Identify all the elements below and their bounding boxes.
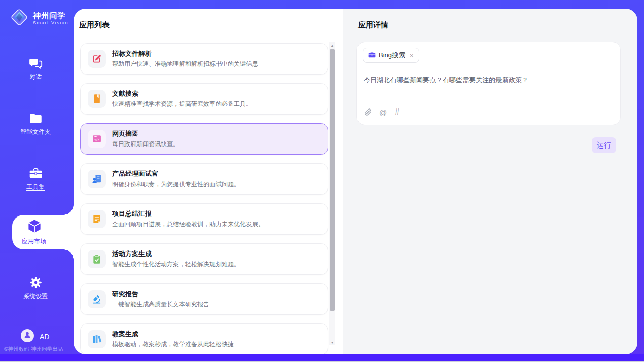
app-card-desc: 模板驱动，教案秒成，教学准备从此轻松快捷 [112,340,234,349]
brand-subtitle: Smart Vision [33,21,68,26]
app-card-title: 项目总结汇报 [112,209,152,219]
sidebar-item-label: 应用市场 [12,237,56,246]
scroll-up-icon[interactable]: ▲ [329,42,335,48]
sidebar-item-smart-folder[interactable]: 智能文件夹 [0,111,71,136]
avatar[interactable] [21,329,34,342]
sidebar-item-label: 智能文件夹 [20,128,51,136]
app-detail-title: 应用详情 [358,20,388,30]
app-card-desc: 快速精准查找学术资源，提高研究效率的必备工具。 [112,100,252,108]
memo-icon [92,214,102,224]
gear-icon [28,275,43,289]
cube-icon [27,219,42,234]
app-card-desc: 一键智能生成高质量长文本研究报告 [112,300,209,309]
app-list-title: 应用列表 [79,20,110,30]
app-card[interactable]: 产品经理面试官 明确身份和职责，为您提供专业性的面试问题。 [80,163,328,195]
briefcase-icon [368,51,376,60]
app-card-desc: 每日政府新闻资讯快查。 [112,140,179,149]
app-card[interactable]: 文献搜索 快速精准查找学术资源，提高研究效率的必备工具。 [80,83,328,115]
tool-tag-bing-search[interactable]: Bing搜索 × [363,48,419,63]
app-card[interactable]: </> 网页摘要 每日政府新闻资讯快查。 [80,123,328,155]
main-content: 应用列表 招标文件解析 帮助用户快速、准确地理解和解析招标书中的关键信息 文献搜… [74,9,637,354]
user-label: AD [40,333,49,341]
books-icon [92,334,102,344]
app-card-title: 活动方案生成 [112,249,152,259]
app-card-title: 招标文件解析 [112,49,152,58]
brand-name: 神州问学 [33,11,68,20]
prompt-toolbar: @ # [364,107,399,117]
book-icon [92,94,102,104]
app-card-title: 文献搜索 [112,89,138,98]
sidebar-item-toolset[interactable]: 工具集 [0,166,71,191]
at-icon[interactable]: @ [379,108,387,117]
app-card[interactable]: 活动方案生成 智能生成个性化活动方案，轻松解决规划难题。 [80,243,328,275]
toolbox-icon [28,166,43,180]
app-card[interactable]: 项目总结汇报 全面回顾项目进展，总结经验教训，助力未来优化发展。 [80,203,328,235]
close-icon[interactable]: × [410,52,414,59]
person-icon [23,331,31,341]
svg-text:</>: </> [94,138,100,141]
app-card-title: 研究报告 [112,289,138,299]
app-card[interactable]: 招标文件解析 帮助用户快速、准确地理解和解析招标书中的关键信息 [80,43,328,75]
paperclip-icon[interactable] [364,108,372,116]
clipboard-icon [92,254,102,264]
browser-code-icon: </> [92,134,102,144]
prompt-input[interactable]: 今日湖北有哪些新闻要点？有哪些需要关注的最新政策？ [364,76,610,85]
app-card[interactable]: 研究报告 一键智能生成高质量长文本研究报告 [80,283,328,315]
prompt-card[interactable]: Bing搜索 × 今日湖北有哪些新闻要点？有哪些需要关注的最新政策？ @ # [356,42,621,125]
bottom-bar [0,354,644,361]
run-button[interactable]: 运行 [592,137,616,153]
tool-tag-label: Bing搜索 [379,51,405,60]
sidebar-item-app-market[interactable]: 应用市场 [12,215,74,249]
edit-icon [92,54,102,64]
scrollbar-thumb[interactable] [330,49,335,311]
app-card[interactable]: 教案生成 模板驱动，教案秒成，教学准备从此轻松快捷 [80,323,328,354]
scroll-down-icon[interactable]: ▼ [329,339,335,345]
app-list-scrollbar[interactable]: ▲ ▼ [329,42,335,345]
app-card-title: 产品经理面试官 [112,169,158,178]
app-card-title: 教案生成 [112,330,138,339]
app-card-desc: 全面回顾项目进展，总结经验教训，助力未来优化发展。 [112,220,264,229]
sidebar-footer: ©神州数码·神州问学出品 [4,346,75,353]
microscope-icon [92,294,102,304]
app-detail-panel: 应用详情 Bing搜索 × 今日湖北有哪些新闻要点？有哪些需要关注的最新政策？ [343,9,637,354]
sidebar-item-settings[interactable]: 系统设置 [0,275,71,301]
sidebar-item-label: 工具集 [26,183,45,191]
hash-icon[interactable]: # [395,107,399,117]
interviewer-icon [92,174,102,184]
chat-icon [28,56,43,70]
sidebar-item-label: 系统设置 [23,292,48,301]
sidebar-item-chat[interactable]: 对话 [0,56,71,81]
diamond-icon [9,7,29,29]
folder-icon [28,111,43,125]
app-card-title: 网页摘要 [112,129,138,138]
sidebar-item-label: 对话 [29,73,42,81]
app-card-desc: 智能生成个性化活动方案，轻松解决规划难题。 [112,260,240,269]
app-logo: 神州问学 Smart Vision [9,7,68,29]
app-card-desc: 明确身份和职责，为您提供专业性的面试问题。 [112,180,240,189]
app-card-desc: 帮助用户快速、准确地理解和解析招标书中的关键信息 [112,60,258,68]
